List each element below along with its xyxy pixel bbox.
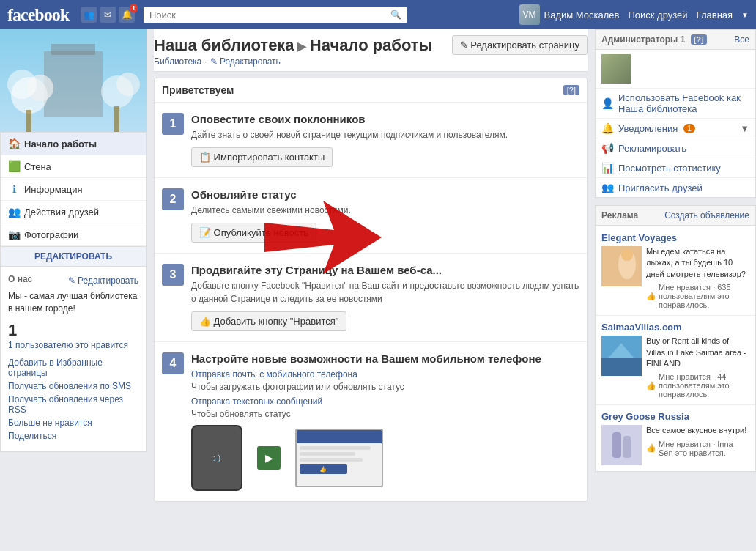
- step-4: 4 Настройте новые возможности на Вашем м…: [155, 342, 587, 501]
- sidebar-item-wall[interactable]: 🟩 Стена: [1, 155, 146, 178]
- left-sidebar: 🏠 Начало работы 🟩 Стена ℹ Информация 👥 Д…: [0, 29, 147, 509]
- action-link-unlike[interactable]: Больше не нравится: [8, 418, 138, 428]
- step-2-content: Обновляйте статус Делитесь самыми свежим…: [191, 188, 579, 243]
- edit-page-button[interactable]: ✎ Редактировать страницу: [452, 35, 588, 55]
- search-box[interactable]: 🔍: [144, 7, 407, 23]
- sidebar-item-photos[interactable]: 📷 Фотографии: [1, 223, 146, 246]
- advertise-item[interactable]: 📢 Рекламировать: [596, 138, 755, 158]
- svg-point-7: [116, 73, 140, 96]
- admins-all-link[interactable]: Все: [734, 34, 749, 45]
- sidebar-item-friends-label: Действия друзей: [24, 207, 99, 218]
- import-contacts-button[interactable]: 📋 Импортировать контакты: [191, 147, 333, 167]
- action-link-sms[interactable]: Получать обновления по SMS: [8, 381, 138, 391]
- screen-line-2: [300, 452, 355, 456]
- search-input[interactable]: [149, 10, 388, 21]
- ad-1-image: [601, 246, 642, 286]
- create-ad-link[interactable]: Создать объявление: [664, 210, 749, 221]
- add-like-button[interactable]: 👍 Добавить кнопку "Нравится": [191, 311, 346, 331]
- screen-button: 👍: [300, 464, 347, 474]
- notifications-panel-icon: 🔔: [601, 122, 614, 134]
- action-link-rss[interactable]: Получать обновления через RSS: [8, 394, 138, 415]
- user-info[interactable]: VM Вадим Москалев: [519, 4, 620, 25]
- mobile-sms-link[interactable]: Отправка текстовых сообщений: [191, 396, 579, 407]
- sidebar-item-info[interactable]: ℹ Информация: [1, 178, 146, 201]
- publish-news-button[interactable]: 📝 Опубликуйте новость: [191, 223, 316, 243]
- find-friends-link[interactable]: Поиск друзей: [628, 10, 687, 21]
- friends-icon[interactable]: 👥: [81, 7, 97, 23]
- svg-rect-19: [623, 436, 631, 458]
- step-1-content: Оповестите своих поклонников Дайте знать…: [191, 113, 579, 167]
- admins-help-badge[interactable]: [?]: [691, 34, 707, 45]
- action-link-favorites[interactable]: Добавить в Избранные страницы: [8, 358, 138, 378]
- notifications-icon[interactable]: 🔔 1: [119, 7, 135, 23]
- ad-3-like-text: Мне нравится · Inna Sen это нравится.: [659, 440, 749, 457]
- sidebar-item-start[interactable]: 🏠 Начало работы: [1, 133, 146, 155]
- right-sidebar: Администраторы 1 [?] Все 👤 Использовать …: [595, 29, 756, 509]
- page-title-wrapper: Наша библиотека ▶ Начало работы ✎ Редакт…: [154, 29, 588, 72]
- breadcrumb-root[interactable]: Библиотека: [154, 56, 201, 67]
- invite-friends-item[interactable]: 👥 Пригласить друзей: [596, 177, 755, 197]
- notifications-arrow-icon[interactable]: ▼: [740, 123, 749, 134]
- edit-page-sidebar-link[interactable]: РЕДАКТИРОВАТЬ: [1, 246, 146, 266]
- mobile-email-link[interactable]: Отправка почты с мобильного телефона: [191, 369, 579, 380]
- about-section: О нас ✎ Редактировать Мы - самая лучшая …: [0, 267, 147, 452]
- notifications-label: Уведомления: [618, 123, 678, 134]
- invite-icon: 👥: [601, 182, 614, 193]
- admins-panel-header: Администраторы 1 [?] Все: [596, 30, 755, 50]
- welcome-title: Приветствуем: [162, 84, 234, 96]
- ad-3-image: [601, 425, 642, 465]
- svg-rect-18: [612, 432, 621, 458]
- sidebar-item-info-label: Информация: [24, 184, 83, 195]
- step-3-desc: Добавьте кнопку Facebook "Нравится" на В…: [191, 279, 579, 306]
- ad-item-1: Elegant Voyages Мы едем кататься на лыжа…: [596, 226, 755, 315]
- notifications-item[interactable]: 🔔 Уведомления 1 ▼: [596, 118, 755, 138]
- ad-1-text: Мы едем кататься на лыжах, а ты будешь 1…: [646, 246, 749, 280]
- ad-2-title[interactable]: SaimaaVillas.com: [601, 322, 749, 333]
- use-as-page-item[interactable]: 👤 Использовать Facebook как Наша библиот…: [596, 88, 755, 118]
- page-cover: [0, 29, 147, 132]
- dropdown-arrow-icon[interactable]: ▼: [741, 11, 749, 19]
- ads-title: Реклама: [601, 210, 638, 221]
- sidebar-item-friends[interactable]: 👥 Действия друзей: [1, 201, 146, 223]
- step-2-desc: Делитесь самыми свежими новостями.: [191, 204, 579, 217]
- welcome-help-badge[interactable]: [?]: [563, 85, 579, 95]
- ad-2-like: 👍 Мне нравится · 44 пользователям это по…: [646, 372, 749, 399]
- svg-point-5: [7, 70, 37, 99]
- friends-actions-icon: 👥: [8, 206, 20, 218]
- ad-1-title[interactable]: Elegant Voyages: [601, 232, 749, 243]
- sidebar-item-start-label: Начало работы: [24, 138, 97, 149]
- facebook-logo[interactable]: facebook: [7, 5, 69, 25]
- breadcrumb-edit[interactable]: ✎ Редактировать: [210, 56, 281, 67]
- ad-2-like-text: Мне нравится · 44 пользователям это понр…: [659, 372, 749, 399]
- ad-1-content: Мы едем кататься на лыжах, а ты будешь 1…: [601, 246, 749, 309]
- action-link-share[interactable]: Поделиться: [8, 431, 138, 441]
- ad-3-title[interactable]: Grey Goose Russia: [601, 411, 749, 422]
- about-title: О нас: [8, 274, 32, 284]
- mobile-screen-illustration: 👍: [295, 429, 383, 487]
- home-link[interactable]: Главная: [697, 10, 733, 21]
- screen-header: [297, 430, 382, 443]
- main-layout: 🏠 Начало работы 🟩 Стена ℹ Информация 👥 Д…: [0, 29, 756, 509]
- svg-rect-9: [114, 106, 119, 132]
- breadcrumb-edit-label: Редактировать: [220, 56, 281, 67]
- ad-2-text: Buy or Rent all kinds of Villas in Lake …: [646, 336, 749, 369]
- center-content: Наша библиотека ▶ Начало работы ✎ Редакт…: [147, 29, 595, 509]
- stats-item[interactable]: 📊 Посмотреть статистику: [596, 158, 755, 177]
- home-icon: 🏠: [8, 138, 20, 149]
- play-button-icon[interactable]: ▶: [257, 446, 281, 470]
- admins-panel: Администраторы 1 [?] Все 👤 Использовать …: [595, 29, 756, 198]
- welcome-header: Приветствуем [?]: [155, 78, 587, 103]
- user-name: Вадим Москалев: [544, 10, 620, 21]
- svg-rect-2: [51, 44, 95, 55]
- stats-icon: 📊: [601, 162, 614, 174]
- screen-content: 👍: [297, 443, 382, 486]
- step-4-content: Настройте новые возможности на Вашем моб…: [191, 352, 579, 491]
- ad-3-text-area: Все самое вкусное внутри! 👍 Мне нравится…: [646, 425, 749, 465]
- step-2: 2 Обновляйте статус Делитесь самыми свеж…: [155, 178, 587, 254]
- admin-avatar: [601, 54, 631, 84]
- about-edit-link[interactable]: ✎ Редактировать: [68, 276, 138, 286]
- messages-icon[interactable]: ✉: [100, 7, 116, 23]
- step-2-number: 2: [162, 188, 184, 210]
- info-icon: ℹ: [8, 183, 20, 195]
- advertise-icon: 📢: [601, 142, 614, 154]
